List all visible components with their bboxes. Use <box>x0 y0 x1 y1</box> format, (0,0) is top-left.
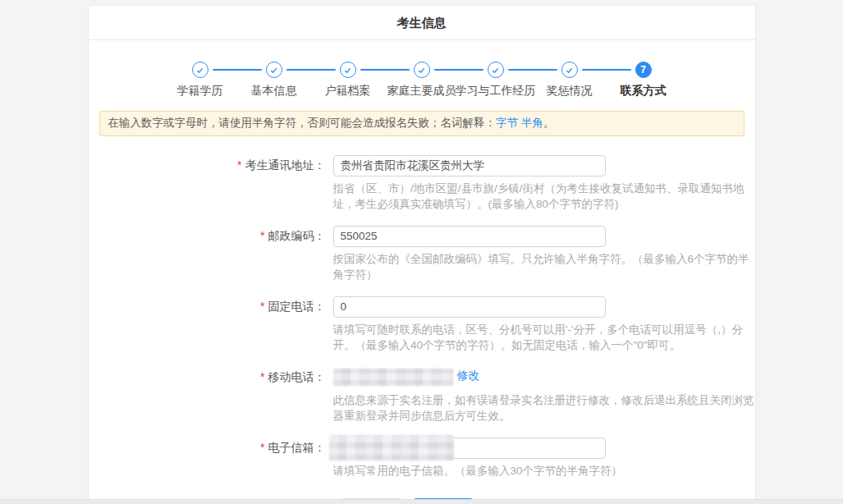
step-7-current: 7 联系方式 <box>607 62 680 99</box>
check-icon <box>266 62 282 78</box>
step-label: 学籍学历 <box>177 84 223 99</box>
landline-input[interactable] <box>333 296 606 318</box>
notice-link-halfwidth[interactable]: 半角 <box>521 117 543 129</box>
field-help: 指省（区、市）/地市区盟/县市旗/乡镇/街村（为考生接收复试通知书、录取通知书地… <box>333 181 755 212</box>
check-icon <box>340 62 356 78</box>
field-help: 此信息来源于实名注册，如有误请登录实名注册进行修改，修改后退出系统且关闭浏览器重… <box>333 392 755 424</box>
required-asterisk: * <box>260 300 264 313</box>
step-label: 奖惩情况 <box>547 84 593 99</box>
step-5-done: 学习与工作经历 <box>459 62 533 99</box>
field-label: 电子信箱 <box>268 441 314 454</box>
field-help: 请填写常用的电子信箱。（最多输入30个字节的半角字符） <box>333 463 755 479</box>
stepper: 学籍学历 基本信息 户籍档案 家庭主要成员 学习与工作经历 奖惩情况 7 联系方… <box>163 62 680 99</box>
step-label: 联系方式 <box>621 84 667 99</box>
field-label: 移动电话 <box>268 370 314 383</box>
form-row-address: *考生通讯地址： 指省（区、市）/地市区盟/县市旗/乡镇/街村（为考生接收复试通… <box>89 155 755 220</box>
candidate-info-card: 考生信息 学籍学历 基本信息 户籍档案 家庭主要成员 学习与工作经历 奖惩情况 … <box>88 5 756 504</box>
email-input[interactable] <box>333 438 606 459</box>
notice-banner: 在输入数字或字母时，请使用半角字符，否则可能会造成报名失败；名词解释：字节 半角… <box>99 111 744 136</box>
step-2-done: 基本信息 <box>237 62 311 99</box>
redacted-value <box>333 369 453 386</box>
postcode-input[interactable] <box>333 226 606 247</box>
form-row-mobile: *移动电话： 修改 此信息来源于实名注册，如有误请登录实名注册进行修改，修改后退… <box>89 367 755 432</box>
check-icon <box>561 62 578 78</box>
notice-suffix: 。 <box>543 117 555 129</box>
form-row-landline: *固定电话： 请填写可随时联系的电话，区号、分机号可以用'-'分开，多个电话可以… <box>89 296 755 361</box>
step-number-badge: 7 <box>635 62 652 78</box>
step-label: 家庭主要成员 <box>387 84 456 99</box>
required-asterisk: * <box>260 441 264 454</box>
step-label: 基本信息 <box>251 84 297 99</box>
step-6-done: 奖惩情况 <box>533 62 607 99</box>
field-label: 邮政编码 <box>268 229 314 242</box>
modify-link[interactable]: 修改 <box>456 369 479 382</box>
step-4-done: 家庭主要成员 <box>385 62 459 99</box>
check-icon <box>414 62 430 78</box>
contact-form: *考生通讯地址： 指省（区、市）/地市区盟/县市旗/乡镇/街村（为考生接收复试通… <box>89 155 755 487</box>
notice-text: 在输入数字或字母时，请使用半角字符，否则可能会造成报名失败；名词解释： <box>108 117 497 129</box>
address-input[interactable] <box>333 155 606 176</box>
step-1-done: 学籍学历 <box>163 62 237 99</box>
step-3-done: 户籍档案 <box>311 62 385 99</box>
field-label: 固定电话 <box>268 300 314 313</box>
required-asterisk: * <box>237 158 241 172</box>
form-row-postcode: *邮政编码： 按国家公布的《全国邮政编码》填写。只允许输入半角字符。（最多输入6… <box>89 226 755 291</box>
notice-link-byte[interactable]: 字节 <box>496 117 518 129</box>
field-label: 考生通讯地址 <box>245 158 314 172</box>
check-icon <box>192 62 208 78</box>
field-help: 按国家公布的《全国邮政编码》填写。只允许输入半角字符。（最多输入6个字节的半角字… <box>333 251 755 282</box>
required-asterisk: * <box>260 370 264 383</box>
page-title: 考生信息 <box>89 6 755 40</box>
field-help: 请填写可随时联系的电话，区号、分机号可以用'-'分开，多个电话可以用逗号（,）分… <box>333 322 755 353</box>
check-icon <box>488 62 504 78</box>
required-asterisk: * <box>260 229 264 242</box>
form-row-email: *电子信箱： 请填写常用的电子信箱。（最多输入30个字节的半角字符） <box>89 438 755 487</box>
page-footer-strip <box>0 499 843 504</box>
step-label: 学习与工作经历 <box>456 84 536 99</box>
step-label: 户籍档案 <box>325 84 371 99</box>
